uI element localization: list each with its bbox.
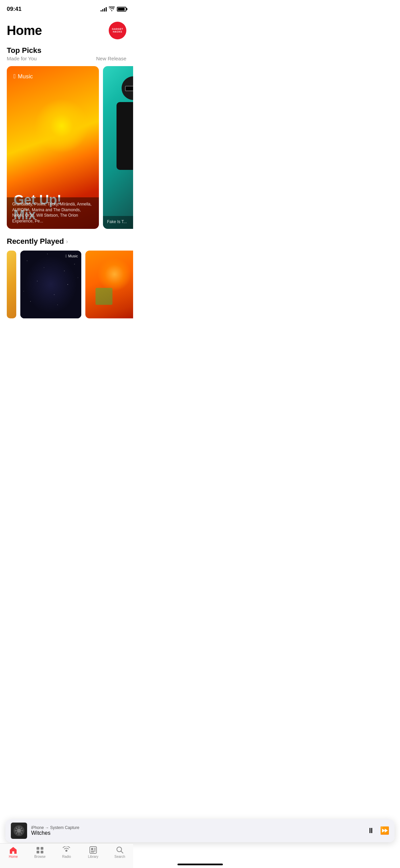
recently-played-header[interactable]: Recently Played ›: [0, 234, 133, 249]
bottom-spacer: [0, 324, 133, 378]
wifi-icon: [109, 6, 115, 12]
apple-logo-small: : [65, 254, 67, 258]
person-figure: [110, 76, 133, 205]
top-picks-section-header: Top Picks Made for You New Release: [0, 42, 133, 63]
page-header: Home GADGET HACKS: [0, 16, 133, 42]
orange-glow: [98, 257, 131, 291]
get-up-mix-card[interactable]:  Music Get Up! Mix Grandaddy, Pixies, T…: [7, 66, 99, 229]
top-picks-subtitle-row: Made for You New Release: [7, 56, 126, 61]
recently-played-title: Recently Played: [7, 237, 64, 246]
made-for-you-label: Made for You: [7, 56, 37, 61]
new-release-link[interactable]: New Release: [96, 56, 126, 61]
apple-music-badge:  Music: [65, 254, 78, 258]
recently-played-cards:  Music: [0, 249, 133, 324]
second-card-label: Fake Is T...: [107, 219, 133, 224]
recently-played-card-2[interactable]: [85, 251, 133, 318]
status-icons: [101, 6, 126, 12]
card-description-overlay: Grandaddy, Pixies, Tricky, Mïrändä, Anne…: [7, 197, 99, 229]
battery-icon: [117, 7, 126, 12]
card-description: Grandaddy, Pixies, Tricky, Mïrändä, Anne…: [12, 201, 93, 224]
person-glasses: [125, 86, 133, 91]
apple-music-logo:  Music: [14, 73, 92, 80]
album-card-edge[interactable]: [7, 251, 16, 318]
recently-played-chevron: ›: [66, 238, 68, 245]
status-time: 09:41: [7, 6, 21, 13]
person-body: [117, 102, 133, 170]
green-square: [96, 288, 112, 305]
new-release-card[interactable]: Fake Is T...: [103, 66, 133, 229]
top-picks-title: Top Picks: [7, 46, 126, 55]
signal-icon: [101, 7, 107, 12]
top-picks-cards:  Music Get Up! Mix Grandaddy, Pixies, T…: [0, 63, 133, 234]
page-title: Home: [7, 23, 42, 38]
person-head: [122, 76, 133, 100]
stars-decoration: [20, 251, 81, 318]
apple-logo-icon: : [14, 73, 16, 80]
second-card-bottom: Fake Is T...: [103, 216, 133, 229]
recently-played-card-1[interactable]:  Music: [20, 251, 81, 318]
gadget-hacks-avatar[interactable]: GADGET HACKS: [109, 22, 126, 39]
status-bar: 09:41: [0, 0, 133, 16]
